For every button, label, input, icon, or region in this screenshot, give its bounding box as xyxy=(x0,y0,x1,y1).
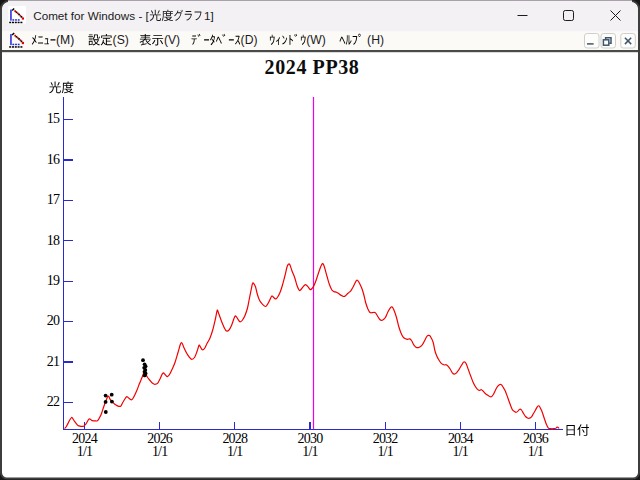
svg-text:21: 21 xyxy=(47,354,60,369)
svg-text:1/1: 1/1 xyxy=(77,444,93,459)
svg-text:(W): (W) xyxy=(306,33,326,47)
svg-text:18: 18 xyxy=(47,233,60,248)
svg-text:1]: 1] xyxy=(204,9,214,22)
svg-text:1/1: 1/1 xyxy=(227,444,243,459)
svg-text:(M): (M) xyxy=(56,33,74,47)
svg-text:(S): (S) xyxy=(113,33,129,47)
svg-text:(D): (D) xyxy=(241,33,258,47)
svg-text:(V): (V) xyxy=(164,33,180,47)
svg-text:1/1: 1/1 xyxy=(152,444,168,459)
svg-text:20: 20 xyxy=(47,313,60,328)
svg-text:Comet for Windows - [: Comet for Windows - [ xyxy=(33,9,149,22)
svg-text:22: 22 xyxy=(47,394,60,409)
svg-text:1/1: 1/1 xyxy=(302,444,318,459)
svg-text:2024 PP38: 2024 PP38 xyxy=(265,56,360,78)
svg-text:1/1: 1/1 xyxy=(377,444,393,459)
svg-text:(H): (H) xyxy=(367,33,384,47)
svg-text:15: 15 xyxy=(47,111,60,126)
svg-text:1/1: 1/1 xyxy=(453,444,469,459)
svg-text:17: 17 xyxy=(47,192,60,207)
svg-text:1/1: 1/1 xyxy=(528,444,544,459)
svg-text:16: 16 xyxy=(47,152,60,167)
svg-text:19: 19 xyxy=(47,273,60,288)
